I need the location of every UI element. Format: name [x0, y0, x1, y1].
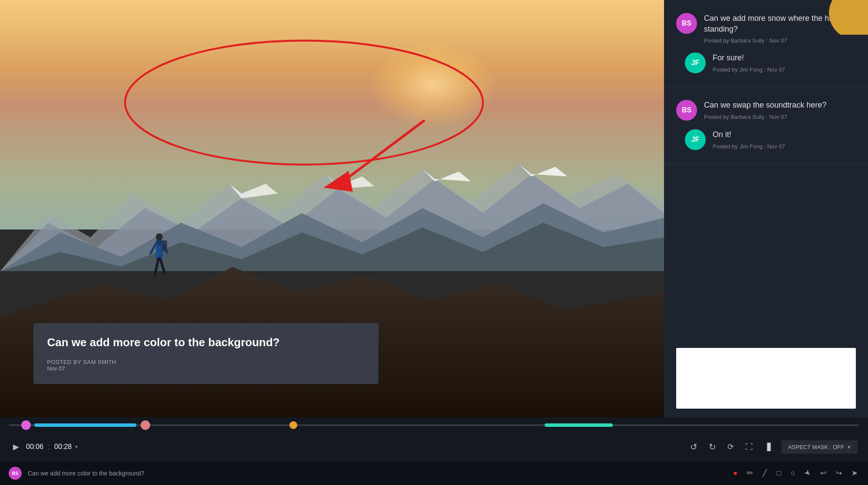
comment-thread-2: BS Can we swap the soundtrack here? Post… [664, 87, 868, 164]
comment-avatar-small: BS [9, 467, 22, 480]
arrow-icon: ➤ [802, 468, 813, 478]
time-current: 00:06 [26, 443, 43, 451]
svg-point-9 [156, 233, 163, 240]
record-icon: ● [733, 469, 737, 478]
bottom-comment-text: Can we add more color to the background? [28, 470, 145, 477]
reply-text-1: For sure! [713, 52, 856, 63]
loop-button[interactable]: ⟳ [725, 439, 736, 454]
svg-line-13 [155, 259, 158, 275]
pen-icon: ✏ [747, 469, 753, 478]
comment-meta-1: Posted by Barbara Sully : Nov 07 [704, 37, 856, 44]
undo-draw-icon: ↩ [820, 469, 826, 478]
timeline-row [0, 417, 868, 433]
time-divider: : [48, 442, 50, 452]
reply-text-2: On it! [713, 129, 856, 140]
drawing-tools: ● ✏ ╱ □ ○ ➤ ↩ ↪ ➤ [731, 467, 859, 479]
play-button[interactable]: ▶ [10, 439, 22, 454]
send-icon: ➤ [852, 469, 858, 478]
timeline-track[interactable] [9, 424, 859, 426]
comment-text-2: Can we swap the soundtrack here? [704, 100, 856, 111]
circle-button[interactable]: ○ [789, 467, 797, 479]
comments-panel: BS Can we add more snow where the hiker … [664, 0, 868, 417]
time-total: 00:28 [54, 443, 72, 451]
aspect-mask-label: ASPECT MASK : OFF [788, 444, 844, 450]
redo-button[interactable]: ↻ [706, 439, 719, 455]
controls-right: ↺ ↻ ⟳ ⛶ ▐▌ ASPECT MASK : OFF ▾ [687, 439, 858, 455]
svg-rect-12 [156, 246, 163, 259]
scene: Can we add more color to the background?… [0, 0, 664, 417]
svg-line-10 [151, 244, 156, 253]
reply-content-1: For sure! Posted by Jim Fong : Nov 07 [713, 52, 856, 72]
controls-left: ▶ 00:06 : 00:28 ▾ [10, 439, 78, 454]
reply-item-1: JF For sure! Posted by Jim Fong : Nov 07 [676, 52, 856, 73]
video-comment-overlay: Can we add more color to the background?… [33, 323, 379, 384]
pen-button[interactable]: ✏ [745, 467, 755, 479]
hiker-figure [146, 232, 172, 284]
comment-content-2: Can we swap the soundtrack here? Posted … [704, 100, 856, 120]
comment-input-area[interactable] [676, 348, 856, 409]
comment-item-2: BS Can we swap the soundtrack here? Post… [676, 100, 856, 121]
controls-row: ▶ 00:06 : 00:28 ▾ ↺ ↻ ⟳ [0, 433, 868, 461]
rect-button[interactable]: □ [775, 467, 783, 479]
circle-icon: ○ [791, 469, 795, 478]
annotation-arrow [299, 117, 465, 200]
svg-marker-18 [323, 171, 352, 192]
redo-draw-icon: ↪ [836, 469, 842, 478]
overlay-comment-date: Nov 07 [47, 365, 365, 372]
svg-line-14 [160, 259, 164, 273]
timeline-marker-pink2[interactable] [141, 420, 150, 430]
play-icon: ▶ [13, 442, 19, 452]
svg-rect-15 [162, 240, 167, 251]
undo-button[interactable]: ↺ [687, 439, 700, 455]
reply-content-2: On it! Posted by Jim Fong : Nov 07 [713, 129, 856, 149]
overlay-comment-text: Can we add more color to the background? [47, 335, 365, 350]
rect-icon: □ [776, 469, 781, 478]
analytics-button[interactable]: ▐▌ [762, 440, 775, 453]
undo-draw-button[interactable]: ↩ [819, 467, 828, 479]
corner-decoration [825, 0, 868, 35]
timeline-marker-blue[interactable] [34, 423, 136, 427]
comment-meta-2: Posted by Barbara Sully : Nov 07 [704, 114, 856, 120]
avatar-bs-2: BS [676, 100, 697, 121]
reply-meta-2: Posted by Jim Fong : Nov 07 [713, 143, 856, 150]
redo-icon: ↻ [709, 442, 716, 452]
fullscreen-button[interactable]: ⛶ [743, 440, 756, 454]
reply-item-2: JF On it! Posted by Jim Fong : Nov 07 [676, 129, 856, 150]
svg-line-17 [340, 121, 424, 184]
timeline-marker-pink[interactable] [21, 420, 31, 430]
aspect-mask-chevron: ▾ [848, 444, 851, 450]
comment-avatar-initials: BS [12, 471, 18, 476]
avatar-jf-1: JF [685, 52, 706, 73]
arrow-button[interactable]: ➤ [803, 467, 812, 479]
time-chevron[interactable]: ▾ [75, 444, 78, 450]
timeline-marker-teal[interactable] [545, 423, 613, 427]
send-button[interactable]: ➤ [850, 467, 859, 479]
bar-chart-icon: ▐▌ [764, 443, 773, 451]
bottom-comment-bar: BS Can we add more color to the backgrou… [0, 461, 868, 485]
redo-draw-button[interactable]: ↪ [834, 467, 844, 479]
timeline-marker-orange[interactable] [289, 421, 297, 429]
loop-icon: ⟳ [727, 442, 734, 452]
aspect-mask-button[interactable]: ASPECT MASK : OFF ▾ [781, 440, 858, 454]
line-icon: ╱ [763, 469, 767, 477]
line-button[interactable]: ╱ [761, 467, 769, 479]
fullscreen-icon: ⛶ [745, 442, 753, 452]
undo-icon: ↺ [690, 442, 697, 452]
record-button[interactable]: ● [731, 467, 739, 479]
video-area: Can we add more color to the background?… [0, 0, 664, 417]
avatar-bs-1: BS [676, 13, 697, 34]
reply-meta-1: Posted by Jim Fong : Nov 07 [713, 66, 856, 73]
avatar-jf-2: JF [685, 129, 706, 150]
time-display: 00:06 : 00:28 ▾ [26, 442, 78, 452]
overlay-comment-author: POSTED BY Sam Smith [47, 359, 365, 365]
